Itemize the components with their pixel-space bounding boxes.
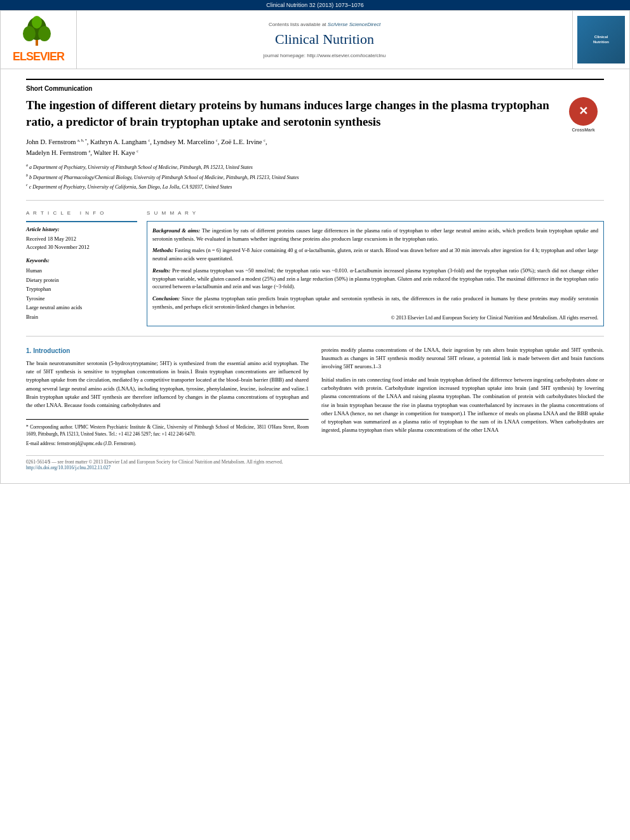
keyword-1: Human — [26, 266, 137, 275]
doi-line[interactable]: http://dx.doi.org/10.1016/j.clnu.2012.11… — [26, 465, 604, 470]
journal-header-right: ClinicalNutrition — [572, 11, 629, 69]
received-date: Received 18 May 2012 Accepted 30 Novembe… — [26, 235, 137, 251]
sciverse-link[interactable]: SciVerse ScienceDirect — [328, 22, 380, 27]
methods-label: Methods: — [152, 247, 173, 253]
footnote-section: * Corresponding author. UPMC Western Psy… — [26, 419, 309, 447]
authors-line: John D. Fernstrom a, b, *, Kathryn A. La… — [26, 137, 604, 159]
issn-line: 0261-5614/$ — see front matter © 2013 El… — [26, 459, 604, 465]
article-title: The ingestion of different dietary prote… — [26, 97, 604, 130]
crossmark-badge: ✕ CrossMark — [563, 97, 604, 133]
email-note: E-mail address: fernstromjd@upmc.edu (J.… — [26, 440, 309, 447]
journal-homepage: journal homepage: http://www.elsevier.co… — [264, 53, 386, 58]
article-info-box: Article history: Received 18 May 2012 Ac… — [26, 221, 137, 321]
elsevier-tree-icon — [17, 16, 61, 48]
journal-banner: Clinical Nutrition 32 (2013) 1073–1076 — [0, 0, 630, 10]
sciverse-notice: Contents lists available at SciVerse Sci… — [269, 22, 380, 27]
article-info-summary: A R T I C L E I N F O Article history: R… — [26, 210, 604, 337]
crossmark-label: CrossMark — [563, 127, 604, 133]
corresponding-author-note: * Corresponding author. UPMC Western Psy… — [26, 423, 309, 438]
elsevier-logo: ELSEVIER — [13, 16, 64, 63]
intro-section-title: 1. Introduction — [26, 346, 309, 356]
affiliation-a: a a Department of Psychiatry, University… — [26, 163, 604, 171]
keyword-6: Brain — [26, 312, 137, 321]
conclusion-para: Conclusion: Since the plasma tryptophan … — [152, 295, 598, 311]
background-label: Background & aims: — [152, 227, 200, 234]
body-content: 1. Introduction The brain neurotransmitt… — [26, 346, 604, 449]
history-label: Article history: — [26, 226, 137, 232]
keywords-label: Keywords: — [26, 257, 137, 263]
crossmark-icon: ✕ — [569, 97, 598, 126]
keyword-2: Dietary protein — [26, 276, 137, 284]
intro-para-2: proteins modify plasma concentrations of… — [321, 346, 604, 371]
svg-point-3 — [38, 26, 51, 41]
article-category: Short Communication — [26, 79, 604, 92]
affiliation-b: b b Department of Pharmacology/Chemical … — [26, 173, 604, 182]
intro-para-3: Initial studies in rats connecting food … — [321, 376, 604, 434]
journal-cover-image: ClinicalNutrition — [577, 16, 625, 63]
journal-header: ELSEVIER Contents lists available at Sci… — [0, 10, 630, 69]
keyword-5: Large neutral amino acids — [26, 303, 137, 312]
intro-para-1: The brain neurotransmitter serotonin (5-… — [26, 359, 309, 410]
bottom-bar: 0261-5614/$ — see front matter © 2013 El… — [26, 455, 604, 470]
summary-box: Background & aims: The ingestion by rats… — [147, 221, 604, 326]
article-info-col: A R T I C L E I N F O Article history: R… — [26, 210, 137, 326]
summary-heading: S U M M A R Y — [147, 210, 604, 216]
keyword-3: Tryptophan — [26, 284, 137, 293]
conclusion-label: Conclusion: — [152, 295, 180, 302]
body-right-col: proteins modify plasma concentrations of… — [321, 346, 604, 449]
svg-point-4 — [32, 16, 42, 29]
keywords-list: Human Dietary protein Tryptophan Tyrosin… — [26, 266, 137, 321]
background-para: Background & aims: The ingestion by rats… — [152, 227, 598, 243]
journal-title: Clinical Nutrition — [275, 31, 374, 48]
copyright-line: © 2013 Elsevier Ltd and European Society… — [152, 315, 598, 321]
summary-col: S U M M A R Y Background & aims: The ing… — [147, 210, 604, 326]
affiliations: a a Department of Psychiatry, University… — [26, 163, 604, 201]
keyword-4: Tyrosine — [26, 294, 137, 303]
journal-header-center: Contents lists available at SciVerse Sci… — [77, 11, 572, 69]
methods-para: Methods: Fasting males (n = 6) ingested … — [152, 246, 598, 263]
article-info-heading: A R T I C L E I N F O — [26, 210, 137, 216]
svg-point-2 — [23, 26, 36, 41]
journal-header-left: ELSEVIER — [1, 11, 77, 69]
main-content: Short Communication The ingestion of dif… — [0, 69, 630, 484]
results-para: Results: Pre-meal plasma tryptophan was … — [152, 267, 598, 291]
affiliation-c: c c Department of Psychiatry, University… — [26, 182, 604, 191]
journal-citation: Clinical Nutrition 32 (2013) 1073–1076 — [266, 2, 364, 8]
results-label: Results: — [152, 267, 170, 274]
elsevier-name: ELSEVIER — [13, 50, 64, 63]
body-left-col: 1. Introduction The brain neurotransmitt… — [26, 346, 309, 449]
